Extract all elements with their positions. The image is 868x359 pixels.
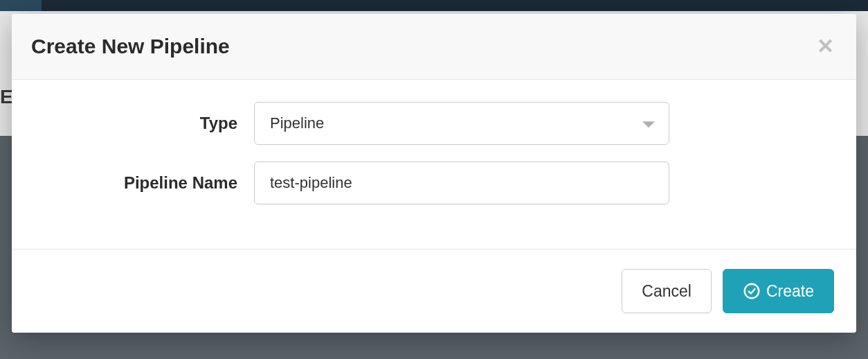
pipeline-name-input[interactable] bbox=[254, 161, 669, 204]
form-row-name: Pipeline Name bbox=[39, 161, 829, 204]
modal-footer: Cancel Create bbox=[12, 249, 856, 333]
create-pipeline-modal: Create New Pipeline ✕ Type Pipeline Pipe… bbox=[12, 14, 856, 333]
create-button-label: Create bbox=[766, 282, 814, 301]
pipeline-name-label: Pipeline Name bbox=[39, 173, 254, 193]
modal-body: Type Pipeline Pipeline Name bbox=[12, 80, 856, 249]
app-topbar bbox=[0, 0, 868, 11]
form-row-type: Type Pipeline bbox=[39, 102, 829, 145]
svg-point-0 bbox=[745, 284, 759, 299]
modal-header: Create New Pipeline ✕ bbox=[12, 14, 856, 80]
modal-title: Create New Pipeline bbox=[31, 35, 230, 58]
check-circle-icon bbox=[743, 282, 761, 300]
close-icon[interactable]: ✕ bbox=[814, 36, 837, 57]
caret-down-icon bbox=[642, 121, 655, 128]
type-select-value: Pipeline bbox=[270, 114, 324, 132]
type-label: Type bbox=[39, 114, 254, 133]
cancel-button-label: Cancel bbox=[642, 282, 691, 301]
create-button[interactable]: Create bbox=[723, 269, 834, 313]
cancel-button[interactable]: Cancel bbox=[622, 269, 712, 313]
app-topbar-tab bbox=[0, 0, 42, 11]
type-select[interactable]: Pipeline bbox=[254, 102, 669, 145]
